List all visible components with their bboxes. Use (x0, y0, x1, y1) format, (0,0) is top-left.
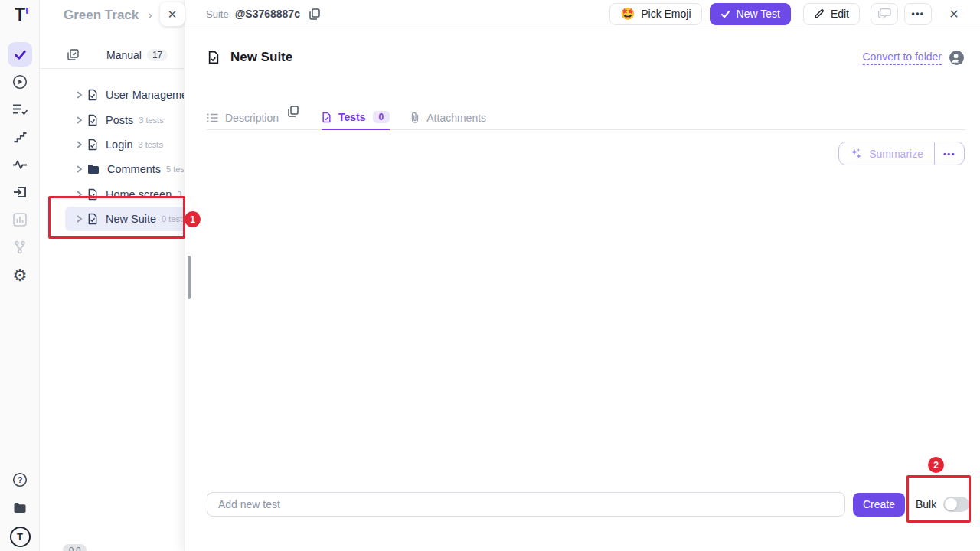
app-window: T (0, 0, 980, 551)
chevron-right-icon: › (148, 8, 152, 22)
more-actions-button[interactable]: ••• (904, 3, 932, 25)
suites-panel: Green Track › Manual 17 Automated User M… (40, 0, 184, 551)
suite-doc-icon (322, 112, 332, 123)
paperclip-icon (410, 112, 420, 124)
sparkles-icon (850, 148, 862, 160)
app-logo[interactable]: T (0, 3, 40, 26)
chevron-right-icon[interactable] (76, 116, 83, 124)
copy-check-icon (67, 49, 79, 60)
tab-attachments[interactable]: Attachments (410, 106, 486, 130)
copy-description-icon[interactable] (288, 106, 299, 117)
pick-emoji-button[interactable]: 🤩 Pick Emoji (609, 3, 701, 25)
bulk-label: Bulk (916, 498, 936, 510)
chevron-right-icon[interactable] (76, 191, 83, 198)
tree-row-login[interactable]: Login 3 tests (40, 132, 184, 157)
rail-item-reports[interactable] (8, 207, 32, 232)
convert-to-folder-link[interactable]: Convert to folder (863, 51, 942, 65)
chevron-right-icon[interactable] (76, 215, 83, 223)
tab-tests[interactable]: Tests 0 (322, 106, 390, 130)
pencil-icon (814, 8, 825, 19)
copy-suite-id-icon[interactable] (309, 8, 320, 20)
suite-doc-icon (87, 89, 98, 101)
add-test-input[interactable] (207, 492, 845, 517)
ellipsis-icon: ••• (911, 8, 924, 19)
close-suite-button[interactable]: ✕ (942, 7, 965, 21)
close-panel-button[interactable]: ✕ (160, 2, 185, 26)
bulk-toggle[interactable] (943, 497, 969, 512)
branch-icon (14, 240, 26, 254)
suite-title: New Suite (230, 50, 292, 65)
chevron-right-icon[interactable] (76, 165, 83, 173)
emoji-icon: 🤩 (620, 7, 635, 21)
check-icon (14, 48, 27, 61)
close-icon: ✕ (949, 7, 959, 21)
rail-item-pull[interactable] (8, 180, 32, 204)
edit-button[interactable]: Edit (803, 3, 860, 25)
stairs-icon (13, 132, 27, 143)
suite-type-label: Suite (206, 8, 229, 20)
rail-item-steps[interactable] (8, 125, 32, 149)
gear-icon: ⚙ (13, 267, 28, 283)
new-test-button[interactable]: New Test (710, 3, 791, 25)
pulse-icon (12, 159, 28, 170)
rail-item-plans[interactable] (8, 97, 32, 122)
tree-row-comments[interactable]: Comments 5 tests (40, 157, 184, 181)
topbar-actions: 🤩 Pick Emoji New Test Edit ••• (609, 3, 965, 25)
suite-doc-icon (87, 114, 98, 126)
manual-count-badge: 17 (147, 49, 168, 61)
create-button[interactable]: Create (853, 493, 905, 517)
ellipsis-icon: ••• (943, 149, 956, 158)
list-check-icon (12, 103, 28, 116)
version-badge: 0.0 (63, 544, 87, 551)
tab-manual[interactable]: Manual 17 (106, 49, 168, 61)
suite-heading: New Suite Convert to folder (185, 44, 980, 70)
suite-tabs: Description Tests 0 Attachments (207, 106, 965, 130)
bar-chart-icon (13, 213, 27, 227)
help-icon: ? (12, 472, 28, 487)
summarize-button[interactable]: Summarize (839, 142, 934, 165)
rail-item-runs[interactable] (8, 70, 32, 94)
close-icon: ✕ (168, 8, 178, 21)
icon-rail: T (0, 0, 40, 551)
suite-id: @S3768887c (235, 8, 300, 20)
tree-row-user-management[interactable]: User Management (40, 83, 184, 107)
tree-row-home-screen[interactable]: Home screen 3 tests (40, 182, 184, 207)
mode-tabs: Manual 17 Automated (40, 41, 184, 69)
brand-circle-icon: T (10, 527, 31, 547)
suite-detail-panel: Suite @S3768887c 🤩 Pick Emoji New Test E… (184, 0, 980, 551)
suite-doc-icon (87, 139, 98, 151)
rail-item-projects[interactable] (8, 495, 32, 520)
tree-row-new-suite[interactable]: New Suite 0 tests (40, 207, 184, 231)
suite-doc-icon (87, 213, 98, 225)
rail-item-brand[interactable]: T (8, 524, 32, 549)
comments-button[interactable] (871, 3, 898, 25)
summarize-split-button: Summarize ••• (838, 142, 965, 165)
suite-doc-icon (207, 51, 220, 64)
chevron-right-icon[interactable] (76, 141, 83, 148)
chevron-right-icon[interactable] (76, 91, 83, 99)
folder-icon (87, 164, 100, 174)
check-icon (720, 9, 730, 19)
list-icon (207, 113, 218, 122)
assignee-avatar[interactable] (949, 51, 964, 65)
tree-row-posts[interactable]: Posts 3 tests (40, 107, 184, 132)
rail-item-analytics[interactable] (8, 152, 32, 177)
add-test-bar: Create Bulk (185, 491, 980, 517)
rail-item-help[interactable]: ? (8, 468, 32, 492)
summarize-more-button[interactable]: ••• (934, 142, 964, 165)
tests-count-badge: 0 (373, 111, 390, 123)
folder-icon (13, 502, 27, 514)
play-circle-icon (12, 74, 28, 90)
project-name[interactable]: Green Track (64, 8, 139, 23)
suite-doc-icon (87, 188, 98, 201)
rail-item-branches[interactable] (8, 235, 32, 259)
chat-icon (877, 8, 891, 20)
sign-in-icon (13, 186, 27, 198)
tab-description[interactable]: Description (207, 106, 279, 130)
suites-tree: User Management Posts 3 tests Login 3 te… (40, 83, 184, 231)
panel-resize-handle[interactable] (188, 256, 191, 299)
rail-item-settings[interactable]: ⚙ (8, 262, 32, 287)
svg-text:?: ? (18, 475, 23, 484)
suite-topbar: Suite @S3768887c 🤩 Pick Emoji New Test E… (185, 0, 980, 28)
rail-item-tests[interactable] (8, 42, 32, 67)
